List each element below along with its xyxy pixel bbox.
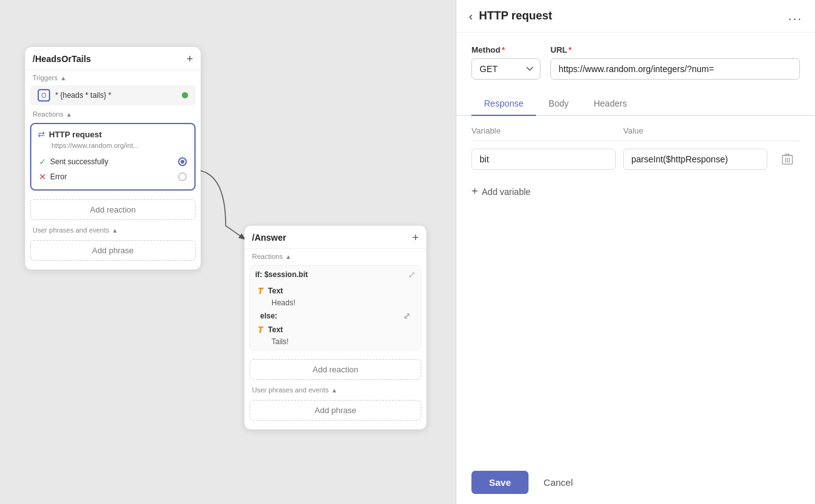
add-reaction-btn-1[interactable]: Add reaction — [30, 199, 196, 220]
expand-icon-2[interactable]: ⤢ — [403, 311, 411, 321]
delete-row-button[interactable] — [775, 153, 800, 165]
node-header-1: /HeadsOrTails + — [25, 47, 201, 70]
success-icon: ✓ — [39, 157, 46, 167]
condition-block: if: $session.bit ⤢ T Text Heads! else: ⤢… — [250, 265, 421, 350]
sent-successfully-text: Sent successfully — [50, 157, 108, 166]
tab-response[interactable]: Response — [471, 92, 536, 116]
save-button[interactable]: Save — [471, 471, 528, 494]
expand-icon[interactable]: ⤢ — [408, 270, 416, 280]
text-icon-1: T — [258, 286, 263, 296]
radio-success[interactable] — [178, 157, 187, 166]
method-select[interactable]: GET POST PUT DELETE PATCH — [471, 58, 540, 80]
node-answer: /Answer + Reactions ▲ if: $session.bit ⤢… — [244, 226, 426, 429]
right-panel: ‹ HTTP request ... Method* GET POST PUT … — [456, 0, 815, 504]
condition-if: if: $session.bit — [255, 270, 308, 279]
user-phrases-label-1: User phrases and events ▲ — [25, 223, 201, 236]
http-icon: ⇄ — [38, 129, 45, 139]
tabs-row: Response Body Headers — [456, 92, 815, 116]
trigger-text: * {heads * tails} * — [55, 91, 111, 100]
add-phrase-btn-1[interactable]: Add phrase — [30, 240, 196, 261]
status-row-success: ✓ Sent successfully — [38, 154, 188, 169]
cancel-button[interactable]: Cancel — [539, 471, 578, 494]
text-label-1: Text — [268, 286, 283, 295]
trigger-icon: O — [38, 89, 50, 102]
col-value: Value — [623, 126, 775, 135]
value-input[interactable] — [623, 149, 767, 170]
add-phrase-btn-2[interactable]: Add phrase — [250, 400, 421, 421]
plus-icon: + — [471, 185, 478, 198]
variable-input[interactable] — [471, 149, 616, 170]
node-add-btn-2[interactable]: + — [412, 232, 419, 243]
else-label: else: — [260, 312, 277, 320]
tab-headers[interactable]: Headers — [581, 92, 639, 116]
url-input[interactable] — [550, 58, 800, 80]
error-icon: ✕ — [39, 172, 46, 182]
more-button[interactable]: ... — [788, 9, 802, 23]
text-icon-2: T — [258, 325, 263, 335]
tab-body[interactable]: Body — [536, 92, 581, 116]
node-title-2: /Answer — [252, 233, 286, 243]
tails-text: Tails! — [255, 337, 416, 346]
panel-header: ‹ HTTP request ... — [456, 0, 815, 33]
method-label: Method* — [471, 45, 540, 55]
text-label-2: Text — [268, 325, 283, 334]
http-title: HTTP request — [49, 130, 102, 139]
panel-footer: Save Cancel — [456, 461, 815, 504]
status-row-error: ✕ Error — [38, 169, 188, 184]
canvas-area: /HeadsOrTails + Triggers ▲ O * {heads * … — [0, 0, 456, 504]
node-headsortails: /HeadsOrTails + Triggers ▲ O * {heads * … — [25, 47, 201, 270]
trigger-dot — [182, 92, 188, 98]
triggers-label-1: Triggers ▲ — [25, 70, 201, 84]
back-button[interactable]: ‹ — [469, 11, 473, 22]
trigger-item-1[interactable]: O * {heads * tails} * — [30, 85, 196, 105]
panel-title: HTTP request — [479, 9, 552, 23]
text-item-heads: T Text — [255, 283, 416, 298]
node-title-1: /HeadsOrTails — [33, 54, 91, 64]
error-text: Error — [50, 172, 67, 181]
add-reaction-btn-2[interactable]: Add reaction — [250, 359, 421, 380]
node-add-btn-1[interactable]: + — [186, 53, 193, 65]
reaction-http[interactable]: ⇄ HTTP request https://www.random.org/in… — [30, 123, 196, 191]
url-label: URL* — [550, 45, 800, 55]
add-variable-button[interactable]: + Add variable — [456, 177, 815, 206]
user-phrases-label-2: User phrases and events ▲ — [244, 382, 426, 396]
method-url-row: Method* GET POST PUT DELETE PATCH URL* — [456, 33, 815, 80]
response-table: Variable Value — [456, 126, 815, 177]
radio-error[interactable] — [178, 172, 187, 181]
heads-text: Heads! — [255, 298, 416, 307]
text-item-tails: T Text — [255, 322, 416, 337]
reactions-label-1: Reactions ▲ — [25, 107, 201, 120]
node-header-2: /Answer + — [244, 226, 426, 249]
reactions-label-2: Reactions ▲ — [244, 249, 426, 263]
http-url: https://www.random.org/int... — [38, 142, 188, 149]
table-row — [471, 141, 800, 177]
table-header: Variable Value — [471, 126, 800, 141]
col-variable: Variable — [471, 126, 623, 135]
